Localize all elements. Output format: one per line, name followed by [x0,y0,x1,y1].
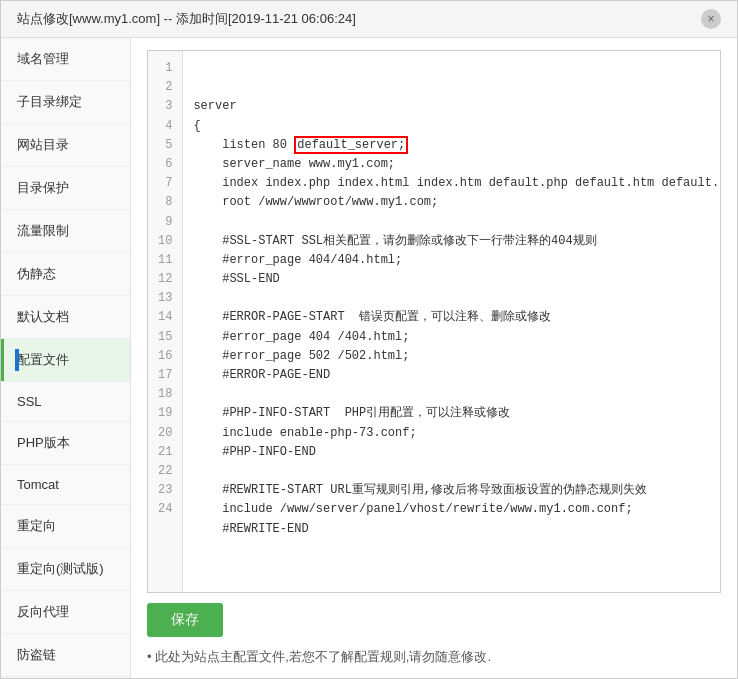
sidebar-item-0[interactable]: 域名管理 [1,38,130,81]
line-num-8: 8 [152,193,178,212]
code-line-18: include enable-php-73.conf; [193,424,710,443]
code-line-24 [193,539,710,558]
line-num-6: 6 [152,155,178,174]
sidebar-item-7[interactable]: 配置文件 [1,339,130,382]
line-num-17: 17 [152,366,178,385]
line-num-22: 22 [152,462,178,481]
save-button[interactable]: 保存 [147,603,223,637]
modal-body: 域名管理子目录绑定网站目录目录保护流量限制伪静态默认文档配置文件SSLPHP版本… [1,38,737,678]
code-editor[interactable]: 123456789101112131415161718192021222324 … [147,50,721,593]
code-line-11 [193,289,710,308]
code-line-7 [193,213,710,232]
sidebar: 域名管理子目录绑定网站目录目录保护流量限制伪静态默认文档配置文件SSLPHP版本… [1,38,131,678]
code-line-12: #ERROR-PAGE-START 错误页配置，可以注释、删除或修改 [193,308,710,327]
code-line-20 [193,462,710,481]
line-num-3: 3 [152,97,178,116]
sidebar-item-14[interactable]: 防盗链 [1,634,130,677]
line-num-7: 7 [152,174,178,193]
content-area: 123456789101112131415161718192021222324 … [131,38,737,678]
line-num-10: 10 [152,232,178,251]
code-line-15: #ERROR-PAGE-END [193,366,710,385]
code-line-2: { [193,117,710,136]
code-line-23: #REWRITE-END [193,520,710,539]
sidebar-item-1[interactable]: 子目录绑定 [1,81,130,124]
code-line-19: #PHP-INFO-END [193,443,710,462]
code-line-17: #PHP-INFO-START PHP引用配置，可以注释或修改 [193,404,710,423]
sidebar-item-4[interactable]: 流量限制 [1,210,130,253]
modal-title: 站点修改[www.my1.com] -- 添加时间[2019-11-21 06:… [17,10,356,28]
line-num-21: 21 [152,443,178,462]
code-line-22: include /www/server/panel/vhost/rewrite/… [193,500,710,519]
modal-container: 站点修改[www.my1.com] -- 添加时间[2019-11-21 06:… [0,0,738,679]
line-num-24: 24 [152,500,178,519]
line-num-1: 1 [152,59,178,78]
sidebar-item-10[interactable]: Tomcat [1,465,130,505]
code-line-9: #error_page 404/404.html; [193,251,710,270]
line-num-5: 5 [152,136,178,155]
note-area: 此处为站点主配置文件,若您不了解配置规则,请勿随意修改. [147,647,721,666]
save-area: 保存 [147,603,721,637]
sidebar-item-3[interactable]: 目录保护 [1,167,130,210]
line-num-2: 2 [152,78,178,97]
code-line-14: #error_page 502 /502.html; [193,347,710,366]
code-line-5: index index.php index.html index.htm def… [193,174,710,193]
line-num-20: 20 [152,424,178,443]
close-button[interactable]: × [701,9,721,29]
line-num-18: 18 [152,385,178,404]
line-num-9: 9 [152,213,178,232]
note-text: 此处为站点主配置文件,若您不了解配置规则,请勿随意修改. [147,649,491,664]
code-line-21: #REWRITE-START URL重写规则引用,修改后将导致面板设置的伪静态规… [193,481,710,500]
code-line-3: listen 80 default_server; [193,136,710,155]
line-num-13: 13 [152,289,178,308]
code-line-4: server_name www.my1.com; [193,155,710,174]
line-num-4: 4 [152,117,178,136]
sidebar-item-11[interactable]: 重定向 [1,505,130,548]
code-line-13: #error_page 404 /404.html; [193,328,710,347]
line-num-16: 16 [152,347,178,366]
line-numbers: 123456789101112131415161718192021222324 [148,51,183,592]
sidebar-item-15[interactable]: 响应日志 [1,677,130,678]
sidebar-item-13[interactable]: 反向代理 [1,591,130,634]
code-line-16 [193,385,710,404]
code-line-6: root /www/wwwroot/www.my1.com; [193,193,710,212]
code-line-1: server [193,97,710,116]
code-line-10: #SSL-END [193,270,710,289]
sidebar-item-9[interactable]: PHP版本 [1,422,130,465]
sidebar-item-8[interactable]: SSL [1,382,130,422]
code-content[interactable]: server{ listen 80 default_server; server… [183,51,720,592]
line-num-11: 11 [152,251,178,270]
code-line-8: #SSL-START SSL相关配置，请勿删除或修改下一行带注释的404规则 [193,232,710,251]
modal-header: 站点修改[www.my1.com] -- 添加时间[2019-11-21 06:… [1,1,737,38]
line-num-19: 19 [152,404,178,423]
sidebar-item-2[interactable]: 网站目录 [1,124,130,167]
line-num-15: 15 [152,328,178,347]
sidebar-item-6[interactable]: 默认文档 [1,296,130,339]
line-num-12: 12 [152,270,178,289]
sidebar-item-5[interactable]: 伪静态 [1,253,130,296]
line-num-23: 23 [152,481,178,500]
line-num-14: 14 [152,308,178,327]
sidebar-item-12[interactable]: 重定向(测试版) [1,548,130,591]
